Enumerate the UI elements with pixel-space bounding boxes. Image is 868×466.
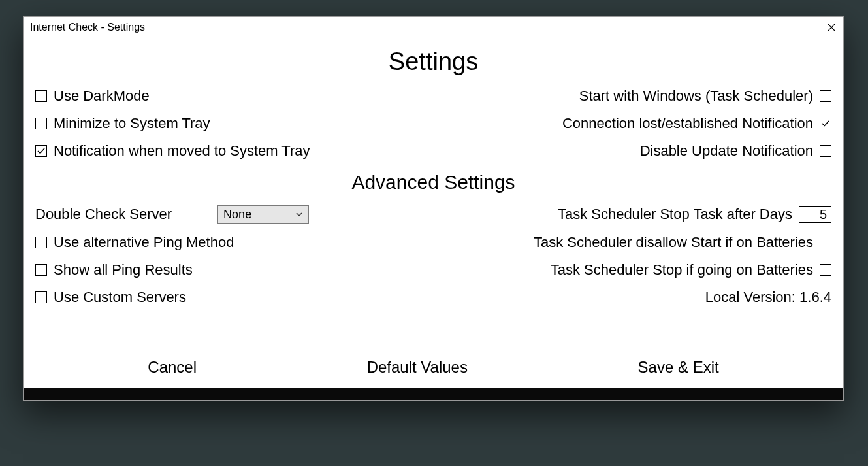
start-windows-label: Start with Windows (Task Scheduler) <box>579 88 813 105</box>
save-button[interactable]: Save & Exit <box>638 358 719 376</box>
minimize-tray-label: Minimize to System Tray <box>54 115 210 132</box>
show-ping-label: Show all Ping Results <box>54 261 193 278</box>
window-title: Internet Check - Settings <box>30 22 145 33</box>
batt-stop-checkbox[interactable] <box>820 264 831 276</box>
local-version: Local Version: 1.6.4 <box>705 289 831 306</box>
disable-update-label: Disable Update Notification <box>640 142 813 159</box>
minimize-tray-checkbox[interactable] <box>35 118 47 129</box>
general-section: Use DarkMode Start with Windows (Task Sc… <box>24 88 843 159</box>
alt-ping-label: Use alternative Ping Method <box>54 234 234 251</box>
double-check-value: None <box>223 208 251 222</box>
page-title: Settings <box>24 48 843 76</box>
double-check-label: Double Check Server <box>35 206 172 223</box>
chevron-down-icon <box>295 208 303 222</box>
stop-days-label: Task Scheduler Stop Task after Days <box>558 206 792 223</box>
disable-update-checkbox[interactable] <box>820 145 831 157</box>
close-icon[interactable] <box>826 22 837 33</box>
darkmode-checkbox[interactable] <box>35 90 47 102</box>
show-ping-checkbox[interactable] <box>35 264 47 276</box>
advanced-section: Double Check Server None Task Scheduler … <box>24 205 843 306</box>
batt-stop-label: Task Scheduler Stop if going on Batterie… <box>551 261 813 278</box>
settings-window: Internet Check - Settings Settings Use D… <box>23 16 844 401</box>
darkmode-label: Use DarkMode <box>54 88 150 105</box>
stop-days-input[interactable] <box>799 206 831 223</box>
alt-ping-checkbox[interactable] <box>35 237 47 248</box>
connection-notif-label: Connection lost/established Notification <box>562 115 813 132</box>
defaults-button[interactable]: Default Values <box>367 358 468 376</box>
custom-servers-checkbox[interactable] <box>35 291 47 303</box>
advanced-title: Advanced Settings <box>24 171 843 193</box>
tray-notif-checkbox[interactable] <box>35 145 47 157</box>
batt-disallow-label: Task Scheduler disallow Start if on Batt… <box>534 234 813 251</box>
start-windows-checkbox[interactable] <box>820 90 831 102</box>
double-check-select[interactable]: None <box>217 205 309 224</box>
bottom-strip <box>24 388 843 400</box>
titlebar: Internet Check - Settings <box>24 17 843 38</box>
cancel-button[interactable]: Cancel <box>148 358 197 376</box>
custom-servers-label: Use Custom Servers <box>54 289 186 306</box>
batt-disallow-checkbox[interactable] <box>820 237 831 248</box>
button-bar: Cancel Default Values Save & Exit <box>24 358 843 388</box>
connection-notif-checkbox[interactable] <box>820 118 831 129</box>
tray-notif-label: Notification when moved to System Tray <box>54 142 310 159</box>
